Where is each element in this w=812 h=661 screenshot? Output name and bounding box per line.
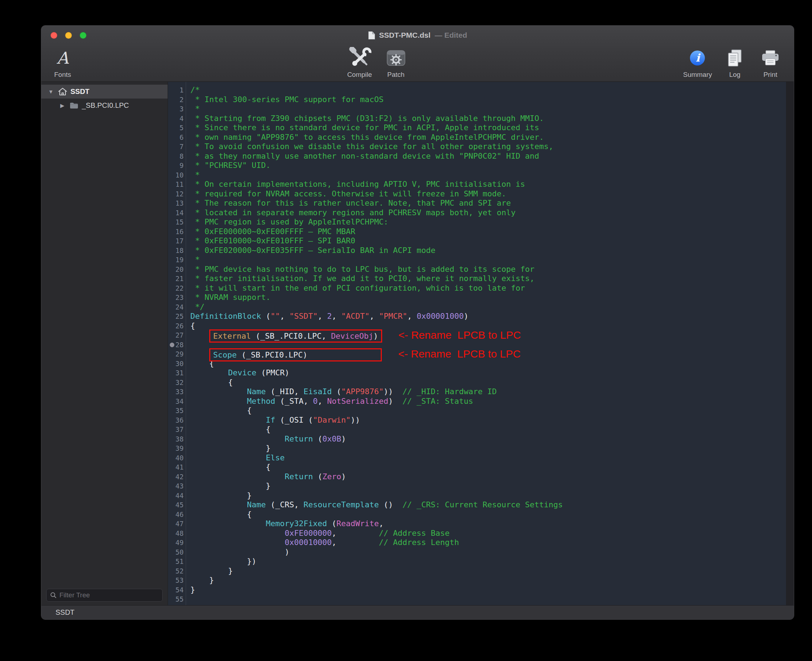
line-number: 37	[168, 425, 184, 434]
code-token	[190, 415, 266, 425]
code-line[interactable]: *	[190, 171, 786, 180]
line-number: 23	[168, 293, 184, 302]
code-line[interactable]: * faster initialisation. If we add it to…	[190, 274, 786, 284]
line-number: 38	[168, 434, 184, 444]
code-line[interactable]: * NVRAM support.	[190, 293, 786, 302]
patch-button[interactable]: Patch	[383, 45, 409, 81]
code-line[interactable]: If (_OSI ("Darwin"))	[190, 415, 786, 425]
fonts-button[interactable]: A Fonts	[50, 45, 75, 81]
code-line[interactable]: {	[190, 406, 786, 415]
line-number: 17	[168, 236, 184, 246]
filter-tree-field[interactable]	[46, 589, 163, 602]
code-line[interactable]: * 0xFE000000~0xFE00FFFF – PMC MBAR	[190, 227, 786, 236]
code-line[interactable]: Scope (_SB.PCI0.LPC)<- Rename LPCB to LP…	[190, 350, 786, 359]
code-line[interactable]: * as they normally use another non-stand…	[190, 152, 786, 161]
code-editor[interactable]: 1234567891011121314151617181920212223242…	[168, 82, 786, 605]
annotation-box-scope: Scope (_SB.PCI0.LPC)	[209, 348, 382, 361]
editor-area: 1234567891011121314151617181920212223242…	[168, 82, 794, 605]
code-token: * Intel 300-series PMC support for macOS	[190, 95, 384, 104]
line-number: 53	[168, 576, 184, 585]
zoom-button[interactable]	[80, 32, 86, 39]
code-line[interactable]: }	[190, 491, 786, 501]
code-token	[190, 538, 285, 547]
gutter-marker-dot[interactable]	[170, 343, 174, 347]
code-line[interactable]: * On certain implementations, including …	[190, 180, 786, 189]
code-line[interactable]: })	[190, 557, 786, 566]
close-button[interactable]	[51, 32, 57, 39]
code-token: "PMCR"	[379, 311, 407, 321]
code-line[interactable]: * The reason for this is rather unclear.…	[190, 198, 786, 208]
code-line[interactable]: }	[190, 481, 786, 491]
code-line[interactable]: * located in separate memory regions and…	[190, 208, 786, 218]
code-line[interactable]: Else	[190, 453, 786, 463]
code-line[interactable]: {	[190, 425, 786, 434]
code-line[interactable]: *	[190, 255, 786, 265]
code-line[interactable]: * PMC device has nothing to do to LPC bu…	[190, 265, 786, 274]
code-line[interactable]: * Intel 300-series PMC support for macOS	[190, 95, 786, 105]
code-line[interactable]: {	[190, 378, 786, 387]
code-token: /*	[190, 85, 200, 94]
minimize-button[interactable]	[65, 32, 72, 39]
code-line[interactable]: * PMC region is used by AppleIntelPCHPMC…	[190, 217, 786, 227]
code-line[interactable]: }	[190, 444, 786, 453]
code-line[interactable]: * 0xFE020000~0xFE035FFF – SerialIo BAR i…	[190, 246, 786, 255]
code-line[interactable]: /*	[190, 85, 786, 95]
code-line[interactable]: Return (Zero)	[190, 472, 786, 482]
code-token: 2	[327, 311, 332, 321]
summary-label: Summary	[683, 71, 712, 78]
code-line[interactable]: 0xFE000000, // Address Base	[190, 528, 786, 538]
line-number: 47	[168, 519, 184, 528]
compile-button[interactable]: Compile	[347, 45, 372, 81]
code-token: }	[190, 576, 214, 584]
code-token: )	[388, 397, 403, 406]
code-line[interactable]: {	[190, 463, 786, 472]
code-line[interactable]	[190, 594, 786, 604]
source-code[interactable]: /* * Intel 300-series PMC support for ma…	[186, 82, 786, 605]
tree-item-sb-pci0-lpc[interactable]: ▶ _SB.PCI0.LPC	[41, 99, 168, 112]
gear-panel-icon	[387, 46, 406, 69]
tree-item-ssdt[interactable]: ▼ SSDT	[41, 85, 168, 99]
code-line[interactable]: }	[190, 566, 786, 576]
code-line[interactable]: Device (PMCR)	[190, 368, 786, 378]
print-button[interactable]: Print	[758, 45, 783, 81]
document-title: SSDT-PMC.dsl	[379, 31, 430, 40]
disclosure-open-icon[interactable]: ▼	[47, 89, 55, 95]
code-line[interactable]: * Starting from Z390 chipsets PMC (D31:F…	[190, 114, 786, 123]
title-bar[interactable]: SSDT-PMC.dsl — Edited	[41, 26, 794, 45]
code-line[interactable]: * own naming "APP9876" to access this de…	[190, 133, 786, 142]
log-button[interactable]: Log	[722, 45, 748, 81]
code-line[interactable]: * "PCHRESV" UID.	[190, 161, 786, 171]
code-line[interactable]: * To avoid confusion we disable this dev…	[190, 142, 786, 152]
code-line[interactable]: Method (_STA, 0, NotSerialized) // _STA:…	[190, 397, 786, 406]
code-token: {	[190, 378, 233, 387]
code-token: ))	[384, 387, 403, 396]
code-token: ,	[332, 538, 379, 547]
code-token: (	[327, 519, 337, 528]
code-line[interactable]: )	[190, 548, 786, 557]
code-line[interactable]: External (_SB_.PCI0.LPC, DeviceObj)<- Re…	[190, 330, 786, 340]
code-line[interactable]: * required for NVRAM access. Otherwise i…	[190, 189, 786, 199]
line-number: 42	[168, 472, 184, 482]
code-token: * 0xFE010000~0xFE010FFF – SPI BAR0	[190, 236, 355, 245]
code-line[interactable]: */	[190, 302, 786, 312]
code-line[interactable]: * it will start in the end of PCI config…	[190, 284, 786, 293]
code-line[interactable]: 0x00010000, // Address Length	[190, 538, 786, 548]
code-line[interactable]: {	[190, 510, 786, 519]
code-line[interactable]: Return (0x0B)	[190, 434, 786, 444]
code-line[interactable]: Name (_HID, EisaId ("APP9876")) // _HID:…	[190, 387, 786, 397]
code-line[interactable]: *	[190, 104, 786, 114]
line-number: 21	[168, 274, 184, 284]
code-token: * Since there is no standard device for …	[190, 123, 539, 132]
code-line[interactable]: * Since there is no standard device for …	[190, 123, 786, 133]
code-line[interactable]: Name (_CRS, ResourceTemplate () // _CRS:…	[190, 500, 786, 510]
line-number: 6	[168, 133, 184, 142]
code-line[interactable]: DefinitionBlock ("", "SSDT", 2, "ACDT", …	[190, 311, 786, 321]
filter-tree-input[interactable]	[59, 591, 159, 599]
line-number: 2	[168, 95, 184, 105]
code-line[interactable]: }	[190, 585, 786, 595]
code-line[interactable]: }	[190, 576, 786, 585]
disclosure-closed-icon[interactable]: ▶	[58, 102, 66, 109]
code-line[interactable]: * 0xFE010000~0xFE010FFF – SPI BAR0	[190, 236, 786, 246]
summary-button[interactable]: i Summary	[683, 45, 712, 81]
code-line[interactable]: Memory32Fixed (ReadWrite,	[190, 519, 786, 528]
